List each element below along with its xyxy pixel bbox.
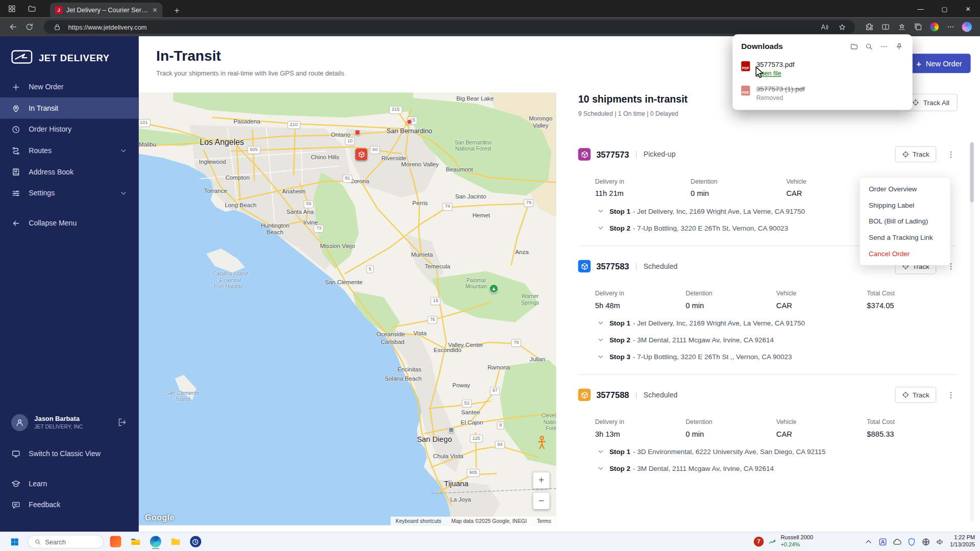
map-marker-square[interactable] <box>449 427 454 433</box>
browser-tab[interactable]: J Jet Delivery – Courier Service, Sa ✕ <box>50 3 162 17</box>
user-block[interactable]: Jason Barbata JET DELIVERY, INC <box>0 408 139 437</box>
tab-favicon-icon: J <box>55 6 63 14</box>
sidebar-link-learn[interactable]: Learn <box>0 473 139 493</box>
minimize-button[interactable]: — <box>909 0 933 17</box>
terms-link[interactable]: Terms <box>537 518 551 524</box>
extensions-icon[interactable] <box>861 19 877 34</box>
extension-colorful-icon[interactable] <box>926 19 943 34</box>
chevron-down-icon <box>597 336 604 344</box>
start-button[interactable] <box>6 534 22 550</box>
sidebar-item-order-history[interactable]: Order History <box>0 119 139 140</box>
sidebar-item-routes[interactable]: Routes <box>0 140 139 161</box>
stop-row[interactable]: Stop 3- 7-Up Bottling, 3220 E 26Th St ,,… <box>597 353 958 361</box>
collections-icon[interactable] <box>910 19 926 34</box>
sidebar-item-in-transit[interactable]: In Transit <box>0 97 139 119</box>
url-text[interactable]: https://www.jetdelivery.com <box>68 23 812 31</box>
more-options-icon[interactable] <box>944 388 958 402</box>
open-downloads-folder-icon[interactable] <box>846 40 861 52</box>
stop-row[interactable]: Stop 1- Jet Delivery, Inc, 2169 Wright A… <box>597 319 958 327</box>
context-menu-item-shipping-label[interactable]: Shipping Label <box>860 197 950 213</box>
map-marker-circle-arrow[interactable]: ▲ <box>489 284 498 293</box>
site-lock-icon[interactable] <box>50 19 64 34</box>
favorites-bar-icon[interactable] <box>894 19 910 34</box>
browser-tabstrip: J Jet Delivery – Courier Service, Sa ✕ +… <box>0 0 980 17</box>
split-screen-icon[interactable] <box>877 19 894 34</box>
tray-security-shield-icon[interactable] <box>907 537 916 546</box>
download-item[interactable]: PDF3577573 (1).pdfRemoved <box>732 81 913 106</box>
read-aloud-icon[interactable] <box>817 19 830 34</box>
stop-row[interactable]: Stop 2- 3M Dental, 2111 Mcgaw Av, Irvine… <box>597 465 958 472</box>
field-vehicle: VehicleCAR <box>776 290 867 310</box>
shipment-stops: Stop 1- Jet Delivery, Inc, 2169 Wright A… <box>578 319 958 361</box>
tab-close-icon[interactable]: ✕ <box>152 7 157 13</box>
stop-row[interactable]: Stop 2- 3M Dental, 2111 Mcgaw Av, Irvine… <box>597 336 958 344</box>
stop-row[interactable]: Stop 1- 3D Environmental, 6222 Universit… <box>597 448 958 456</box>
widget-change: +0.24% <box>780 542 813 549</box>
zoom-in-button[interactable]: + <box>533 472 549 489</box>
chevron-down-icon <box>597 448 604 456</box>
taskbar-app-clock-icon[interactable] <box>187 534 204 550</box>
downloads-pin-icon[interactable] <box>891 40 906 52</box>
pegman-icon[interactable] <box>535 435 548 452</box>
address-bar[interactable]: https://www.jetdelivery.com <box>44 20 855 34</box>
map-marker-square[interactable] <box>355 130 360 135</box>
copilot-icon[interactable] <box>959 19 975 34</box>
context-menu-item-bol-bill-of-lading[interactable]: BOL (Bill of Lading) <box>860 213 950 230</box>
sidebar-link-switch-to-classic-view[interactable]: Switch to Classic View <box>0 443 139 463</box>
logout-icon[interactable] <box>117 417 128 428</box>
map-canvas[interactable]: Los AngelesSan DiegoTijuanaSan Bernardin… <box>139 92 556 525</box>
keyboard-shortcuts-link[interactable]: Keyboard shortcuts <box>396 518 442 524</box>
open-file-link[interactable]: Open file <box>756 70 795 77</box>
maximize-button[interactable]: ▢ <box>933 0 957 17</box>
collapse-menu-button[interactable]: Collapse Menu <box>0 212 139 234</box>
new-order-button[interactable]: + New Order <box>908 54 971 73</box>
stop-address: - 3M Dental, 2111 Mcgaw Av, Irvine, CA 9… <box>633 336 774 344</box>
tray-volume-icon[interactable] <box>936 537 945 546</box>
refresh-icon[interactable] <box>21 19 38 34</box>
taskbar-app-paint-icon[interactable] <box>107 534 124 550</box>
context-menu-item-order-overview[interactable]: Order Overview <box>860 181 950 197</box>
context-menu-item-cancel-order[interactable]: Cancel Order <box>860 245 950 262</box>
stop-label: Stop 3 <box>609 353 630 361</box>
system-tray: 1:22 PM 1/13/2025 <box>864 532 975 551</box>
taskbar-app-file-explorer-icon[interactable] <box>127 534 144 550</box>
tray-chevron-up-icon[interactable] <box>864 537 873 546</box>
favorite-star-icon[interactable] <box>835 19 849 34</box>
more-options-icon[interactable] <box>944 147 958 161</box>
taskbar-clock[interactable]: 1:22 PM 1/13/2025 <box>950 534 975 549</box>
window-controls: — ▢ ✕ <box>909 0 980 17</box>
sidebar-item-address-book[interactable]: Address Book <box>0 161 139 183</box>
back-icon[interactable] <box>5 19 21 34</box>
sidebar-item-new-order[interactable]: New Order <box>0 76 139 97</box>
tab-actions-icon[interactable] <box>4 1 20 16</box>
shipment-fields: Delivery in3h 13mDetention0 minVehicleCA… <box>578 418 958 438</box>
scrollbar-thumb[interactable] <box>970 142 973 203</box>
tray-network-icon[interactable] <box>921 537 930 546</box>
tray-onedrive-icon[interactable] <box>893 537 902 546</box>
downloads-search-icon[interactable] <box>861 40 876 52</box>
field-detention: Detention0 min <box>685 290 776 310</box>
settings-more-icon[interactable] <box>943 19 959 34</box>
close-button[interactable]: ✕ <box>956 0 980 17</box>
zoom-out-button[interactable]: − <box>533 493 549 509</box>
map-marker-dot[interactable] <box>407 119 412 124</box>
history-icon <box>11 124 20 134</box>
new-tab-button[interactable]: + <box>170 4 184 16</box>
context-menu-item-send-a-tracking-link[interactable]: Send a Tracking Link <box>860 229 950 245</box>
taskbar-app-edge-icon[interactable] <box>147 534 164 550</box>
downloads-more-icon[interactable] <box>876 40 891 52</box>
download-item[interactable]: PDF3577573.pdfOpen file <box>732 57 913 81</box>
track-button[interactable]: Track <box>895 387 936 403</box>
field-delivery-in: Delivery in3h 13m <box>595 418 686 438</box>
sidebar-link-feedback[interactable]: Feedback <box>0 495 139 515</box>
panel-scrollbar[interactable] <box>970 141 973 521</box>
tray-teams-icon[interactable] <box>878 537 887 546</box>
map-marker-package[interactable] <box>355 148 367 160</box>
workspaces-icon[interactable] <box>24 1 40 16</box>
arrow-left-icon <box>11 218 20 228</box>
taskbar-app-folder-icon[interactable] <box>167 534 184 550</box>
sidebar-item-settings[interactable]: Settings <box>0 183 139 204</box>
track-button[interactable]: Track <box>895 146 936 163</box>
taskbar-search[interactable]: Search <box>28 535 104 548</box>
widgets-button[interactable]: 7 Russell 2000 +0.24% <box>754 532 813 551</box>
